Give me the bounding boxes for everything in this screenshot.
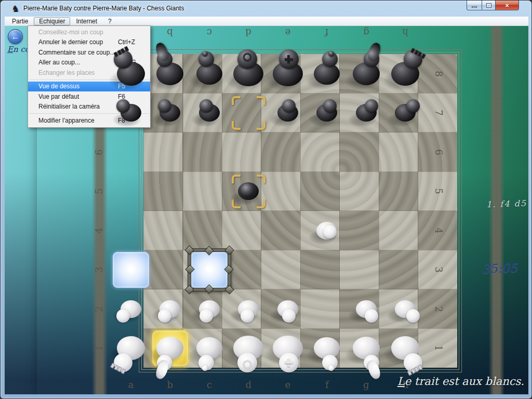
rank-label: 1 (94, 342, 105, 354)
piece-head (365, 99, 378, 113)
square-highlight-move-framed[interactable] (190, 250, 229, 290)
menu-item-label: Modifier l'apparence (38, 117, 95, 124)
file-label: g (360, 379, 373, 391)
chess-piece-black-pawn[interactable] (267, 92, 309, 134)
square-highlight-move[interactable] (111, 250, 151, 290)
king-cross-bar (285, 361, 293, 364)
piece-head (406, 99, 420, 113)
piece-head (241, 183, 254, 197)
close-button[interactable]: × (496, 1, 519, 10)
chess-piece-black-bishop[interactable] (306, 53, 348, 95)
chess-piece-black-pawn[interactable] (149, 92, 191, 134)
chess-piece-black-pawn[interactable] (345, 92, 387, 134)
minimize-button[interactable] (467, 1, 482, 10)
move-list: 1. f4 d5 (486, 198, 527, 210)
king-cross-bar (285, 58, 293, 61)
chess-piece-white-pawn[interactable] (228, 288, 269, 330)
maximize-button[interactable] (482, 1, 496, 10)
menu-item-label: Vue de dessus (38, 83, 79, 90)
chess-piece-white-rook[interactable] (110, 327, 152, 369)
table-stripe-right (489, 26, 504, 394)
rank-label: 3 (94, 263, 105, 276)
menu-item-annuler-le-dernier-coup[interactable]: Annuler le dernier coupCtrl+Z (28, 37, 150, 48)
menu-item-label: Conseillez-moi un coup (38, 29, 103, 36)
chess-piece-black-pawn[interactable] (384, 92, 426, 134)
chess-piece-black-bishop[interactable] (189, 53, 230, 95)
chess-piece-white-pawn[interactable] (189, 288, 230, 330)
rank-label: 2 (433, 303, 444, 315)
bishop-tip (202, 365, 208, 371)
chess-piece-white-pawn[interactable] (345, 288, 387, 330)
chess-piece-white-bishop[interactable] (306, 327, 348, 369)
last-move-corner-marker (232, 121, 241, 130)
menu-item-label: Echanger les places (38, 69, 95, 76)
file-label: c (203, 379, 216, 391)
menubar-item-internet[interactable]: Internet (71, 17, 102, 25)
chess-piece-black-pawn[interactable] (189, 92, 230, 134)
file-label: e (282, 379, 294, 391)
file-label-mirrored: g (360, 26, 373, 38)
piece-head (200, 309, 213, 323)
file-label: d (242, 379, 255, 391)
rank-label: 5 (433, 185, 444, 197)
titlebar[interactable]: ♞ Pierre-Marie Baty contre Pierre-Marie … (1, 1, 531, 17)
piece-head (116, 309, 130, 323)
rank-label: 6 (94, 146, 105, 158)
chess-piece-white-knight[interactable] (345, 327, 387, 369)
menubar: PartieEchiquierInternet? (5, 17, 528, 26)
file-label-mirrored: c (203, 26, 216, 38)
file-label-mirrored: e (282, 26, 294, 38)
piece-head (282, 309, 296, 323)
queen-coronet (243, 53, 251, 61)
game-clock: 35:05 (482, 261, 518, 276)
turn-status: Le trait est aux blancs. (397, 375, 524, 388)
caption-buttons: × (467, 1, 519, 10)
chess-piece-black-rook[interactable] (384, 53, 426, 95)
rank-label: 7 (433, 107, 444, 119)
chess-piece-black-king[interactable] (267, 53, 309, 95)
piece-head (158, 99, 171, 113)
rank-label: 4 (94, 224, 105, 237)
menubar-item-echiquier[interactable]: Echiquier (34, 17, 70, 25)
menu-item-label: Réinitialiser la caméra (38, 103, 100, 110)
rank-label: 2 (94, 303, 105, 315)
chess-piece-white-bishop[interactable] (189, 327, 230, 369)
chess-piece-black-knight[interactable] (345, 53, 387, 95)
chess-piece-black-knight[interactable] (149, 53, 191, 95)
rank-label: 1 (433, 342, 444, 354)
legal-move-glow (113, 252, 149, 288)
rank-label: 6 (433, 146, 444, 158)
chess-piece-black-rook[interactable] (110, 53, 152, 95)
chess-piece-black-pawn[interactable] (306, 92, 348, 134)
menu-item-label: Annuler le dernier coup (38, 38, 103, 46)
menubar-item-?[interactable]: ? (103, 17, 117, 25)
chess-piece-white-king[interactable] (267, 327, 309, 369)
bishop-tip (202, 51, 208, 57)
rank-label: 8 (433, 68, 444, 80)
last-move-corner-marker (257, 96, 265, 105)
file-label-mirrored: b (164, 26, 176, 38)
chess-piece-black-queen[interactable] (228, 53, 269, 95)
chess-piece-white-knight[interactable] (149, 327, 191, 369)
chess-piece-white-queen[interactable] (228, 327, 269, 369)
chess-piece-black-pawn[interactable] (228, 170, 269, 212)
menu-item-conseillez-moi-un-coup[interactable]: Conseillez-moi un coup (28, 27, 150, 37)
rank-label: 4 (433, 224, 444, 237)
chess-piece-white-pawn[interactable] (267, 288, 309, 330)
chess-piece-white-pawn[interactable] (306, 210, 348, 251)
back-button[interactable]: ← (8, 29, 23, 44)
file-label-mirrored: d (242, 26, 255, 38)
piece-head (365, 309, 378, 323)
file-label: f (321, 379, 333, 391)
window-title: Pierre-Marie Baty contre Pierre-Marie Ba… (23, 5, 184, 12)
file-label-mirrored: f (321, 26, 333, 38)
chess-piece-white-pawn[interactable] (384, 288, 426, 330)
file-label: a (125, 379, 137, 391)
file-label-mirrored: h (399, 26, 411, 38)
square-highlight-last-move-from[interactable] (229, 94, 269, 133)
chess-piece-black-pawn[interactable] (110, 92, 152, 134)
chess-piece-white-pawn[interactable] (149, 288, 191, 330)
chess-piece-white-pawn[interactable] (110, 288, 152, 330)
menubar-item-partie[interactable]: Partie (7, 17, 33, 25)
chess-piece-white-rook[interactable] (384, 327, 426, 369)
